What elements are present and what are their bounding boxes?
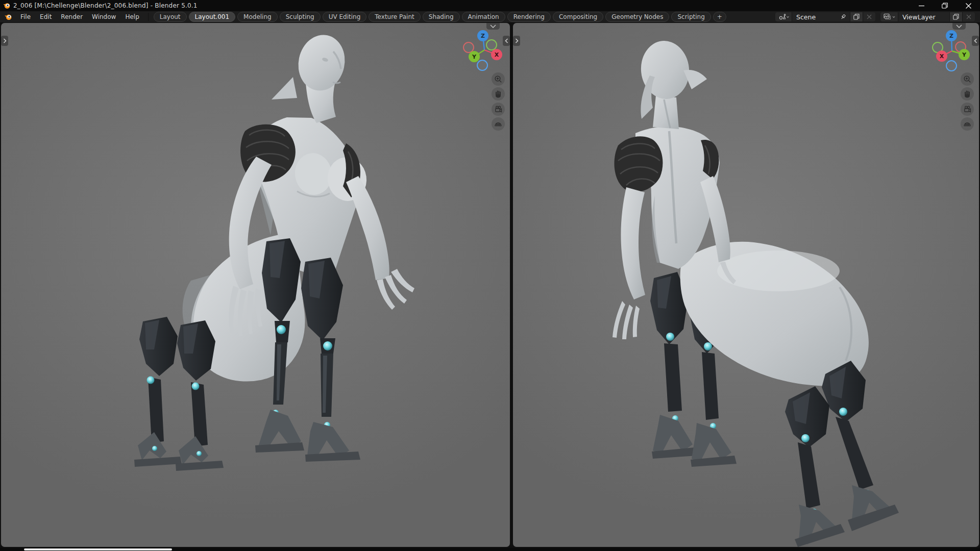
pan-tool-button[interactable]	[961, 87, 974, 101]
viewport-controls-left: Z X Y	[454, 27, 508, 137]
svg-text:Z: Z	[949, 33, 953, 39]
duplicate-icon	[953, 14, 959, 20]
workspace-tabs: Layout Layout.001 Modeling Sculpting UV …	[154, 12, 726, 22]
view-layer-name-field[interactable]: ViewLayer	[898, 12, 949, 21]
main-area: Z X Y	[0, 23, 980, 548]
viewport-controls-right: Z X Y	[920, 27, 979, 137]
blender-logo-icon	[3, 2, 10, 9]
tab-modeling[interactable]: Modeling	[237, 12, 278, 22]
tab-geometry-nodes[interactable]: Geometry Nodes	[605, 12, 669, 22]
toolbar-expand-arrow[interactable]	[513, 36, 520, 46]
title-bar: 2_006 [M:\Chellenge\Blender\2_006.blend]…	[0, 0, 980, 11]
zoom-tool-button[interactable]	[961, 72, 974, 86]
x-icon	[966, 14, 971, 19]
scene-new-copy-button[interactable]	[850, 12, 863, 21]
viewport-left[interactable]: Z X Y	[1, 23, 510, 547]
pin-icon	[840, 14, 847, 20]
navigation-gizmo[interactable]: Z X Y	[463, 30, 502, 70]
navigation-gizmo[interactable]: Z X Y	[933, 30, 970, 71]
top-bar: File Edit Render Window Help Layout Layo…	[0, 11, 980, 23]
tab-layout-001[interactable]: Layout.001	[189, 12, 236, 22]
pan-tool-button[interactable]	[492, 87, 505, 101]
camera-view-button[interactable]	[961, 103, 974, 116]
viewport-right[interactable]: Z X Y	[513, 23, 979, 547]
tab-animation[interactable]: Animation	[462, 12, 505, 22]
restore-button[interactable]	[933, 0, 957, 11]
tab-scripting[interactable]: Scripting	[671, 12, 710, 22]
tab-sculpting[interactable]: Sculpting	[280, 12, 321, 22]
elf-ear	[272, 77, 297, 99]
scene-selector: Scene	[775, 12, 875, 21]
blender-app-menu-button[interactable]	[0, 13, 16, 20]
svg-text:Y: Y	[472, 54, 477, 60]
axis-neg-z	[477, 60, 487, 70]
model-right[interactable]	[513, 23, 979, 547]
view-layer-name: ViewLayer	[902, 13, 946, 21]
close-button[interactable]	[957, 0, 980, 11]
menu-window[interactable]: Window	[87, 12, 120, 21]
duplicate-icon	[853, 14, 860, 20]
tab-rendering[interactable]: Rendering	[507, 12, 551, 22]
menu-tabs-divider	[148, 13, 149, 21]
blender-window: 2_006 [M:\Chellenge\Blender\2_006.blend]…	[0, 0, 980, 551]
menu-edit[interactable]: Edit	[35, 12, 56, 21]
view-layer-selector: ViewLayer	[880, 12, 975, 21]
svg-text:X: X	[495, 52, 499, 58]
scene-name: Scene	[796, 13, 840, 21]
toolbar-expand-arrow[interactable]	[1, 36, 8, 46]
svg-text:Y: Y	[962, 52, 967, 58]
view-layer-delete-button[interactable]	[962, 12, 975, 21]
window-title: 2_006 [M:\Chellenge\Blender\2_006.blend]…	[13, 2, 198, 9]
view-layer-new-copy-button[interactable]	[949, 12, 962, 21]
axis-neg-x	[463, 42, 474, 53]
elf-ear-left	[641, 76, 655, 119]
menu-render[interactable]: Render	[56, 12, 87, 21]
grid-toggle-button[interactable]	[961, 117, 974, 131]
camera-view-button[interactable]	[492, 103, 505, 116]
tab-texture-paint[interactable]: Texture Paint	[369, 12, 420, 22]
minimize-button[interactable]	[910, 0, 933, 11]
bottom-strip	[0, 548, 980, 551]
x-icon	[867, 14, 872, 19]
hind-legs	[134, 317, 224, 471]
tab-shading[interactable]: Shading	[423, 12, 460, 22]
grid-toggle-button[interactable]	[492, 117, 505, 131]
taskbar-peek-bar	[24, 548, 172, 550]
axis-neg-z	[946, 61, 957, 71]
scene-name-field[interactable]: Scene	[792, 12, 850, 21]
svg-text:X: X	[940, 53, 944, 60]
add-workspace-button[interactable]: +	[713, 12, 726, 22]
zoom-tool-button[interactable]	[492, 72, 505, 86]
tab-compositing[interactable]: Compositing	[553, 12, 603, 22]
hind-legs	[785, 361, 899, 547]
axis-neg-y	[486, 40, 497, 50]
view-layer-browse-button[interactable]	[880, 12, 898, 21]
svg-text:Z: Z	[481, 33, 485, 39]
menu-help[interactable]: Help	[120, 12, 143, 21]
scene-icon	[779, 16, 782, 19]
tab-uv-editing[interactable]: UV Editing	[323, 12, 367, 22]
model-left[interactable]	[1, 23, 510, 547]
tab-layout[interactable]: Layout	[154, 12, 187, 22]
menu-file[interactable]: File	[16, 12, 35, 21]
scene-delete-button[interactable]	[863, 12, 875, 21]
scene-browse-button[interactable]	[775, 12, 792, 21]
